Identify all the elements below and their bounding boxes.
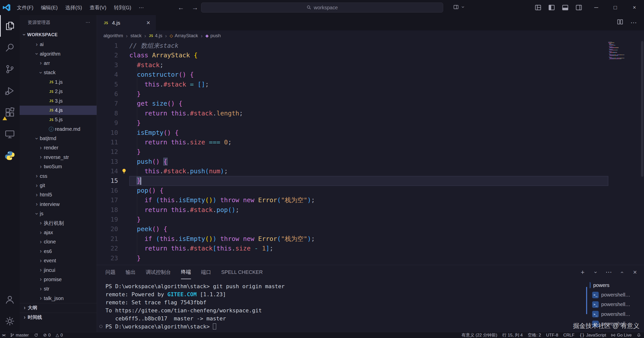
- activity-account-button[interactable]: [0, 289, 20, 310]
- code-line-6[interactable]: }: [129, 89, 608, 99]
- tree-item-ai[interactable]: ›ai: [20, 40, 97, 49]
- code-line-21[interactable]: if (this.isEmpty()) throw new Error("栈为空…: [129, 234, 608, 244]
- menu-编辑(E)[interactable]: 编辑(E): [37, 0, 62, 15]
- panel-tab-端口[interactable]: 端口: [201, 266, 211, 279]
- panel-action-kebab-button[interactable]: ⋯: [605, 269, 612, 276]
- code-line-9[interactable]: }: [129, 118, 608, 128]
- tree-item-interview[interactable]: ›interview: [20, 200, 97, 209]
- status-eol[interactable]: CRLF: [563, 333, 574, 338]
- status-git-blame[interactable]: 有意义 (22 分钟前): [462, 332, 497, 338]
- panel-tab-输出[interactable]: 输出: [126, 266, 136, 279]
- tree-item-reverse_str[interactable]: ›reverse_str: [20, 153, 97, 162]
- quick-fix-lightbulb-icon[interactable]: [120, 167, 128, 176]
- tree-item-str[interactable]: ›str: [20, 284, 97, 293]
- activity-python-button[interactable]: [0, 145, 20, 166]
- activity-run-debug-button[interactable]: [0, 80, 20, 102]
- activity-extensions-button[interactable]: [0, 102, 20, 123]
- tree-item-event[interactable]: ›event: [20, 256, 97, 265]
- line-number-1[interactable]: 1: [97, 41, 118, 51]
- status-branch[interactable]: master: [10, 333, 29, 338]
- code-editor[interactable]: 1234567891011121314151617181920212223 //…: [97, 41, 644, 265]
- tree-item-stack[interactable]: ›stack: [20, 68, 97, 77]
- status-warnings[interactable]: △0: [56, 332, 63, 338]
- line-number-21[interactable]: 21: [97, 234, 118, 244]
- panel-tab-SPELL CHECKER[interactable]: SPELL CHECKER: [221, 266, 263, 279]
- status-remote[interactable]: ><: [2, 333, 5, 337]
- tree-item-jincui[interactable]: ›jincui: [20, 265, 97, 275]
- workspace-section-header[interactable]: › WORKSPACE: [20, 30, 97, 40]
- editor-scrollbar[interactable]: [640, 41, 644, 265]
- tree-item-batjtmd[interactable]: ›batjtmd: [20, 134, 97, 143]
- tab-4js[interactable]: JS 4.js ×: [97, 15, 156, 30]
- code-line-15[interactable]: }: [129, 176, 608, 186]
- toggle-sidebar-button[interactable]: [547, 3, 556, 12]
- menu-选择(S)[interactable]: 选择(S): [61, 0, 86, 15]
- nav-back-button[interactable]: ←: [178, 4, 184, 12]
- status-errors[interactable]: ⊘0: [43, 332, 51, 338]
- code-line-11[interactable]: return this.size === 0;: [129, 138, 608, 147]
- status-go-live[interactable]: Go Live: [611, 333, 632, 338]
- panel-action-chevron-up-button[interactable]: ›: [618, 269, 625, 276]
- close-tab-button[interactable]: ×: [146, 19, 150, 27]
- line-number-18[interactable]: 18: [97, 205, 118, 215]
- code-line-10[interactable]: isEmpty() {: [129, 128, 608, 138]
- line-number-11[interactable]: 11: [97, 138, 118, 147]
- code-line-4[interactable]: constructor() {: [129, 70, 608, 79]
- code-line-12[interactable]: }: [129, 147, 608, 157]
- code-line-2[interactable]: class ArrayStack {: [129, 51, 608, 60]
- panel-tab-终端[interactable]: 终端: [181, 265, 191, 279]
- line-number-23[interactable]: 23: [97, 254, 118, 263]
- panel-sash[interactable]: [586, 287, 587, 314]
- code-line-23[interactable]: }: [129, 254, 608, 263]
- tree-item-1.js[interactable]: ›JS1.js: [20, 77, 97, 87]
- activity-source-control-button[interactable]: [0, 58, 20, 80]
- code-line-16[interactable]: pop() {: [129, 186, 608, 195]
- editor-more-actions-button[interactable]: ⋯: [630, 19, 637, 27]
- menu-转到(G)[interactable]: 转到(G): [110, 0, 135, 15]
- panel-tab-问题[interactable]: 问题: [105, 266, 116, 279]
- menu-文件(F)[interactable]: 文件(F): [13, 0, 37, 15]
- breadcrumb-4.js[interactable]: JS4.js: [149, 33, 162, 38]
- tree-item-talk_json[interactable]: ›talk_json: [20, 294, 97, 303]
- breadcrumb-push[interactable]: ◆push: [205, 33, 221, 38]
- line-number-20[interactable]: 20: [97, 224, 118, 234]
- line-number-17[interactable]: 17: [97, 195, 118, 205]
- status-indentation[interactable]: 空格: 2: [528, 332, 541, 338]
- line-number-6[interactable]: 6: [97, 89, 118, 99]
- tree-item-3.js[interactable]: ›JS3.js: [20, 96, 97, 105]
- terminal-instance-2[interactable]: >_powershell…: [590, 290, 640, 300]
- command-center-search[interactable]: workspace: [201, 3, 443, 13]
- code-line-20[interactable]: peek() {: [129, 224, 608, 234]
- status-language[interactable]: {}JavaScript: [580, 333, 606, 338]
- tree-item-algorithm[interactable]: ›algorithm: [20, 49, 97, 58]
- minimap[interactable]: [608, 42, 640, 60]
- toggle-secondary-sidebar-button[interactable]: [574, 3, 584, 12]
- activity-explorer-button[interactable]: [0, 15, 20, 37]
- code-line-13[interactable]: push() {: [129, 157, 608, 166]
- panel-action-plus-button[interactable]: +: [579, 269, 586, 276]
- tree-item-5.js[interactable]: ›JS5.js: [20, 115, 97, 124]
- line-number-12[interactable]: 12: [97, 147, 118, 157]
- terminal[interactable]: PS D:\workspace\algorithm\stack> git pus…: [97, 279, 590, 332]
- status-sync[interactable]: [34, 333, 38, 337]
- tree-item-css[interactable]: ›css: [20, 171, 97, 181]
- line-number-7[interactable]: 7: [97, 99, 118, 108]
- tree-item-readme.md[interactable]: ›ireadme.md: [20, 124, 97, 134]
- breadcrumb-ArrayStack[interactable]: ◇ArrayStack: [170, 33, 198, 38]
- line-number-3[interactable]: 3: [97, 60, 118, 70]
- breadcrumb-algorithm[interactable]: algorithm: [103, 33, 123, 38]
- tree-item-执行机制[interactable]: ›执行机制: [20, 218, 97, 228]
- code-line-19[interactable]: }: [129, 215, 608, 224]
- maximize-button[interactable]: □: [606, 0, 625, 15]
- tree-item-render[interactable]: ›render: [20, 143, 97, 152]
- line-number-2[interactable]: 2: [97, 51, 118, 60]
- code-line-8[interactable]: return this.#stack.length;: [129, 109, 608, 118]
- line-number-14[interactable]: 14: [97, 166, 118, 176]
- line-number-22[interactable]: 22: [97, 244, 118, 253]
- line-number-8[interactable]: 8: [97, 109, 118, 118]
- tree-item-clone[interactable]: ›clone: [20, 237, 97, 246]
- tree-item-twoSum[interactable]: ›twoSum: [20, 162, 97, 171]
- tree-item-promise[interactable]: ›promise: [20, 275, 97, 284]
- panel-tab-调试控制台[interactable]: 调试控制台: [146, 266, 171, 279]
- line-number-4[interactable]: 4: [97, 70, 118, 79]
